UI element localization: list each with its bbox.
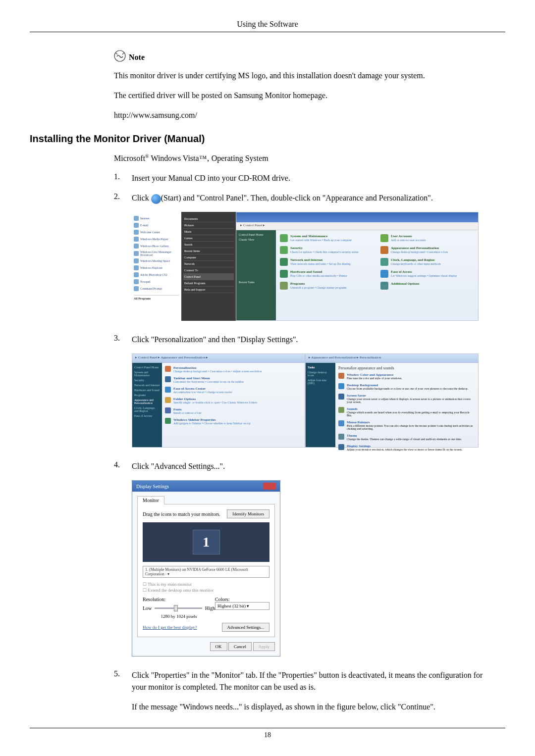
step-3-num: 3. [114, 334, 132, 343]
dialog-title: Display Settings [136, 484, 169, 489]
page-number: 18 [30, 731, 505, 739]
note-text-1: This monitor driver is under certifying … [114, 70, 490, 82]
start-menu-item: Windows Explorer [134, 264, 179, 271]
figure-2: ▸ Control Panel ▸ Appearance and Persona… [132, 353, 490, 448]
start-menu-item: Windows Photo Gallery [134, 243, 179, 250]
main-monitor-checkbox: ☐ This is my main monitor [143, 582, 269, 587]
step-5: 5. Click "Properties" in the "Monitor" t… [114, 669, 490, 713]
resolution-value: 1280 by 1024 pixels [143, 614, 215, 619]
note-text-2: The certified driver will be posted on S… [114, 90, 490, 101]
step-5-p2: If the message "Windows needs..." is dis… [132, 701, 490, 713]
start-menu-item: E-mail [134, 222, 179, 229]
header-rule [30, 32, 505, 32]
fig1-start-menu: Internet E-mail Welcome Center Windows M… [132, 212, 236, 321]
tab-monitor[interactable]: Monitor [137, 496, 164, 504]
colors-dropdown[interactable]: Highest (32 bit) ▾ [215, 602, 269, 610]
fig2-right-pane: ▸ Appearance and Personalization ▸ Perso… [305, 353, 479, 448]
close-icon[interactable] [263, 483, 276, 490]
cp-window-chrome [236, 212, 478, 222]
fig2-right-addr: ▸ Appearance and Personalization ▸ Perso… [306, 354, 478, 363]
start-menu-item: Internet [134, 215, 179, 222]
step-5-num: 5. [114, 669, 132, 678]
footer-rule [30, 728, 505, 728]
step-4: 4. Click "Advanced Settings...". [114, 460, 490, 472]
fig2-right-side: Tasks Change desktop icons Adjust font s… [306, 363, 335, 447]
figure-3: Display Settings Monitor Drag the icons … [132, 480, 490, 656]
note-label: Note [129, 53, 145, 61]
section-heading: Installing the Monitor Driver (Manual) [30, 133, 505, 145]
note-icon [114, 50, 126, 62]
step-5-p1: Click "Properties" in the "Monitor" tab.… [132, 669, 490, 693]
monitor-select[interactable]: 1. (Multiple Monitors) on NVIDIA GeForce… [143, 566, 269, 578]
best-display-link[interactable]: How do I get the best display? [143, 625, 197, 630]
start-icon [151, 194, 161, 204]
extend-desktop-checkbox: ☐ Extend the desktop onto this monitor [143, 588, 269, 593]
step-3-text: Click "Personalization" and then "Displa… [132, 334, 490, 346]
step-1-text: Insert your Manual CD into your CD-ROM d… [132, 172, 490, 184]
dialog-titlebar: Display Settings [132, 481, 280, 492]
start-menu-item: Command Prompt [134, 285, 179, 292]
note-text-3: http://www.samsung.com/ [114, 109, 490, 121]
step-2-num: 2. [114, 192, 132, 201]
page-header-title: Using the Software [30, 20, 505, 29]
apply-button: Apply [253, 642, 275, 651]
colors-label: Colors: [215, 597, 269, 602]
start-menu-left-pane: Internet E-mail Welcome Center Windows M… [132, 212, 181, 321]
step-2: 2. Click (Start) and "Control Panel". Th… [114, 192, 490, 204]
figure-1: Internet E-mail Welcome Center Windows M… [132, 212, 490, 321]
start-menu-item: Windows Live Messenger Download [134, 250, 179, 257]
os-rest: Windows Vista™‚ Operating System [149, 154, 268, 162]
fig2-left-addr: ▸ Control Panel ▸ Appearance and Persona… [132, 354, 305, 363]
fig2-right-main: Personalize appearance and sounds Window… [335, 363, 478, 447]
cp-side-pane: Control Panel Home Classic View Recent T… [236, 230, 276, 320]
cancel-button[interactable]: Cancel [228, 642, 252, 651]
start-menu-item: Windows Media Player [134, 236, 179, 243]
resolution-slider[interactable]: Low High [143, 604, 215, 612]
start-menu-item: Adobe Photoshop CS2 [134, 271, 179, 278]
step-5-text: Click "Properties" in the "Monitor" tab.… [132, 669, 490, 713]
start-menu-item: Windows Meeting Space [134, 257, 179, 264]
monitor-preview-area[interactable]: 1 [143, 522, 269, 562]
start-menu-item: Notepad [134, 278, 179, 285]
registered-mark: ® [145, 153, 149, 159]
step-1: 1. Insert your Manual CD into your CD-RO… [114, 172, 490, 184]
fig2-left-pane: ▸ Control Panel ▸ Appearance and Persona… [132, 353, 305, 448]
cp-main-pane: System and MaintenanceGet started with W… [276, 230, 478, 320]
fig1-control-panel: ▸ Control Panel ▸ Control Panel Home Cla… [236, 212, 479, 321]
resolution-label: Resolution: [143, 597, 215, 602]
drag-instruction: Drag the icons to match your monitors. [143, 511, 220, 517]
display-settings-dialog: Display Settings Monitor Drag the icons … [132, 480, 280, 656]
fig2-left-main: PersonalizationChange desktop background… [162, 363, 305, 447]
step-2-post: (Start) and "Control Panel". Then, doubl… [161, 194, 433, 202]
advanced-settings-button[interactable]: Advanced Settings... [222, 623, 270, 632]
step-2-pre: Click [132, 194, 151, 202]
fig2-left-side: Control Panel Home System and Maintenanc… [132, 363, 162, 447]
os-line: Microsoft® Windows Vista™‚ Operating Sys… [114, 152, 490, 164]
start-menu-right-pane: Documents Pictures Music Games Search Re… [181, 212, 236, 321]
step-3: 3. Click "Personalization" and then "Dis… [114, 334, 490, 346]
cp-address-bar: ▸ Control Panel ▸ [236, 222, 478, 230]
note-line: Note [114, 50, 490, 62]
monitor-1-icon[interactable]: 1 [193, 530, 220, 554]
start-menu-item: Welcome Center [134, 229, 179, 236]
all-programs: All Programs [134, 295, 179, 300]
step-2-text: Click (Start) and "Control Panel". Then,… [132, 192, 490, 204]
step-4-text: Click "Advanced Settings...". [132, 460, 490, 472]
step-1-num: 1. [114, 172, 132, 181]
ok-button[interactable]: OK [210, 642, 227, 651]
identify-monitors-button[interactable]: Identify Monitors [227, 509, 269, 518]
os-prefix: Microsoft [114, 154, 145, 162]
step-4-num: 4. [114, 460, 132, 469]
